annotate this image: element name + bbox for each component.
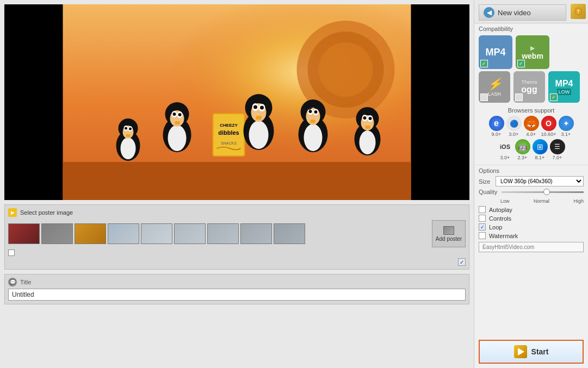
video-scene: CHEEZY dibbles SNACKS (4, 4, 469, 200)
svg-point-30 (249, 121, 269, 149)
title-input[interactable] (8, 289, 466, 301)
thumbnail-7[interactable] (207, 223, 239, 244)
browser-safari-version: 3.1+ (561, 132, 571, 137)
poster-checkbox[interactable]: ✓ (458, 258, 466, 266)
start-button[interactable]: Start (479, 340, 584, 364)
compatibility-section: Compatibility MP4 ✓ ▶ webm ✓ ⚡ LASH (474, 23, 588, 105)
thumbnail-5[interactable] (141, 223, 172, 244)
add-poster-icon (443, 226, 454, 235)
browser-opera-version: 10.60+ (541, 132, 556, 137)
quality-label: Quality (479, 189, 499, 195)
controls-row: Controls (479, 215, 584, 222)
format-webm[interactable]: ▶ webm ✓ (516, 35, 549, 69)
browser-chrome-icon: 🔵 (506, 116, 522, 131)
thumbnail-6[interactable] (174, 223, 206, 244)
thumbnail-2[interactable] (41, 223, 73, 244)
format-flash[interactable]: ⚡ LASH (479, 71, 510, 103)
svg-point-13 (129, 128, 132, 130)
browsers-label: Browsers support (479, 107, 584, 114)
svg-point-43 (309, 110, 312, 113)
size-label: Size (479, 178, 492, 185)
format-webm-check[interactable]: ✓ (517, 60, 525, 67)
loop-checkbox[interactable]: ✓ (479, 223, 486, 230)
svg-point-45 (314, 110, 318, 114)
browser-safari-icon: ✦ (559, 116, 574, 131)
thumbnail-slider[interactable] (8, 250, 15, 256)
poster-header: ▶ Select poster image (8, 208, 466, 217)
browser-android: 🤖 2.3+ (515, 139, 530, 160)
format-ogg-sub: Theora (522, 79, 537, 85)
loop-row: ✓ Loop (479, 223, 584, 230)
svg-point-20 (173, 113, 176, 116)
browser-ie-icon: e (489, 116, 504, 131)
browser-ie: e 9.0+ (489, 116, 504, 137)
thumbnail-3[interactable] (75, 223, 106, 244)
thumbnail-8[interactable] (240, 223, 272, 244)
format-flash-icon: ⚡ (487, 77, 502, 91)
format-ogg-name: ogg (521, 85, 537, 95)
svg-text:?: ? (577, 9, 580, 14)
watermark-label: Watermark (489, 233, 518, 239)
controls-label: Controls (489, 215, 511, 222)
svg-point-34 (253, 105, 257, 109)
quality-track (502, 191, 584, 193)
format-webm-play: ▶ (530, 45, 535, 52)
poster-section: ▶ Select poster image Add poster (4, 204, 469, 270)
format-ogg[interactable]: Theora ogg (513, 71, 545, 103)
thumbnails-row (8, 223, 428, 244)
controls-checkbox[interactable] (479, 215, 486, 222)
browser-ios-version: 3.0+ (500, 155, 510, 160)
thumbnail-1[interactable] (8, 223, 40, 244)
browser-windows: ⊞ 8.1+ (533, 139, 548, 160)
format-grid-row2: ⚡ LASH Theora ogg MP4 LOW ✓ (474, 71, 588, 105)
quality-slider-container (502, 191, 584, 193)
help-icon[interactable]: ? (571, 4, 586, 19)
new-video-label: New video (498, 9, 531, 17)
format-flash-check[interactable] (480, 93, 488, 101)
format-mp4low-check[interactable]: ✓ (550, 93, 558, 101)
format-mp4low-sub: LOW (557, 89, 572, 95)
watermark-input[interactable] (479, 242, 584, 252)
thumbnail-9[interactable] (274, 223, 305, 244)
svg-point-22 (178, 113, 182, 116)
format-mp4-check[interactable]: ✓ (480, 60, 488, 67)
browser-ie-version: 9.0+ (492, 132, 502, 137)
add-poster-label: Add poster (436, 236, 462, 242)
watermark-checkbox[interactable] (479, 232, 486, 239)
browser-firefox-icon: 🦊 (524, 116, 539, 131)
add-poster-button[interactable]: Add poster (432, 220, 466, 247)
svg-marker-59 (518, 348, 524, 355)
format-ogg-check[interactable] (515, 93, 523, 101)
new-video-button[interactable]: ◀ New video (479, 4, 566, 21)
loop-label: Loop (489, 224, 502, 230)
poster-icon: ▶ (8, 208, 17, 217)
browser-chrome: 🔵 3.0+ (506, 116, 522, 137)
format-flash-name: LASH (488, 91, 501, 97)
poster-label: Select poster image (20, 209, 73, 216)
right-panel: ◀ New video ? Compatibility MP4 ✓ ▶ webm… (474, 0, 588, 368)
browser-chrome-version: 3.0+ (509, 132, 519, 137)
video-preview: CHEEZY dibbles SNACKS (4, 4, 469, 200)
slider-row (8, 250, 466, 256)
thumbnail-4[interactable] (108, 223, 139, 244)
format-mp4[interactable]: MP4 ✓ (479, 35, 512, 69)
quality-thumb[interactable] (543, 189, 550, 195)
options-section: Options Size LOW 360p (640x360) HD 720p … (474, 165, 588, 254)
format-grid-row1: MP4 ✓ ▶ webm ✓ (474, 33, 588, 71)
quality-labels: Low Normal High (479, 198, 584, 204)
size-select[interactable]: LOW 360p (640x360) HD 720p (1280x720) Fu… (496, 176, 584, 186)
svg-text:SNACKS: SNACKS (221, 141, 237, 145)
svg-rect-57 (366, 126, 370, 129)
title-section: 💬 Title (4, 274, 469, 304)
format-mp4low[interactable]: MP4 LOW ✓ (548, 71, 580, 103)
start-label: Start (531, 347, 549, 356)
autoplay-checkbox[interactable] (479, 206, 486, 213)
svg-rect-5 (63, 162, 411, 200)
browser-android-icon: 🤖 (515, 139, 530, 154)
quality-normal-label: Normal (534, 198, 549, 204)
svg-point-16 (168, 125, 187, 151)
svg-text:CHEEZY: CHEEZY (220, 123, 238, 128)
title-header-label: Title (20, 279, 31, 285)
compatibility-label: Compatibility (474, 23, 588, 33)
browsers-section: Browsers support e 9.0+ 🔵 3.0+ 🦊 4.0+ O … (474, 105, 588, 165)
